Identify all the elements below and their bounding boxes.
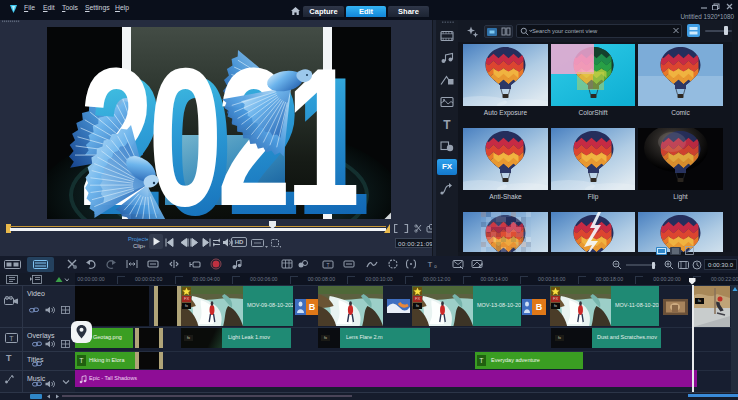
svg-text:T: T (326, 262, 329, 268)
svg-text:T: T (9, 335, 14, 342)
svg-text:T: T (428, 260, 433, 269)
svg-text:T: T (443, 118, 451, 131)
svg-text:o: o (434, 264, 437, 269)
